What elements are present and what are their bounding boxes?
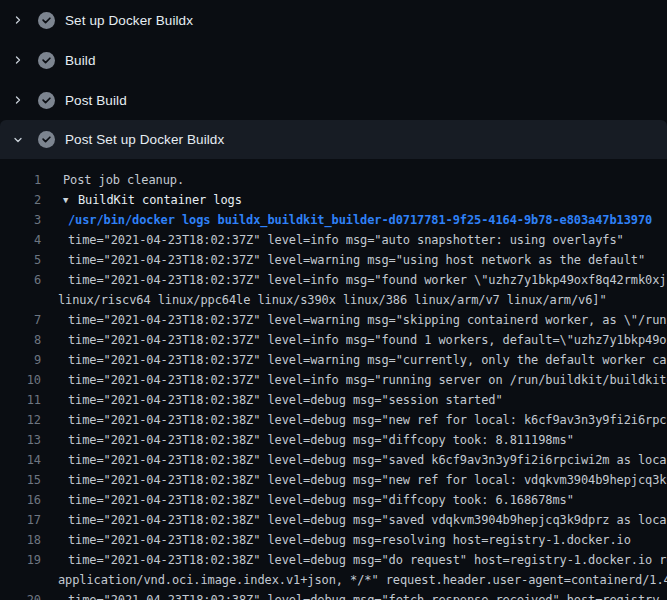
log-row: 15 time="2021-04-23T18:02:38Z" level=deb… bbox=[0, 470, 667, 490]
line-number[interactable]: 18 bbox=[0, 530, 48, 550]
line-number[interactable]: 19 bbox=[0, 550, 48, 570]
log-row: 5 time="2021-04-23T18:02:37Z" level=warn… bbox=[0, 250, 667, 270]
log-row: 13 time="2021-04-23T18:02:38Z" level=deb… bbox=[0, 430, 667, 450]
step-label: Post Set up Docker Buildx bbox=[65, 132, 224, 147]
log-row: 8 time="2021-04-23T18:02:37Z" level=info… bbox=[0, 330, 667, 350]
log-row: 1 Post job cleanup. bbox=[0, 170, 667, 190]
log-line-text: time="2021-04-23T18:02:38Z" level=debug … bbox=[48, 430, 667, 450]
line-number[interactable]: 7 bbox=[0, 310, 48, 330]
line-number[interactable]: 14 bbox=[0, 450, 48, 470]
check-circle-icon bbox=[38, 52, 55, 69]
log-line-text: time="2021-04-23T18:02:38Z" level=debug … bbox=[48, 550, 667, 570]
log-row: 6 time="2021-04-23T18:02:37Z" level=info… bbox=[0, 270, 667, 290]
log-line-text: Post job cleanup. bbox=[48, 170, 667, 190]
log-row: 2 ▼BuildKit container logs bbox=[0, 190, 667, 210]
group-collapse-triangle-icon[interactable]: ▼ bbox=[63, 190, 78, 210]
line-number[interactable]: 4 bbox=[0, 230, 48, 250]
step-label: Set up Docker Buildx bbox=[65, 13, 193, 28]
log-row: 12 time="2021-04-23T18:02:38Z" level=deb… bbox=[0, 410, 667, 430]
line-number[interactable]: 16 bbox=[0, 490, 48, 510]
log-line-text: time="2021-04-23T18:02:37Z" level=warnin… bbox=[48, 310, 667, 330]
log-line-text: time="2021-04-23T18:02:37Z" level=info m… bbox=[48, 230, 667, 250]
step-row-set-up-docker-buildx[interactable]: Set up Docker Buildx bbox=[0, 0, 667, 40]
line-number[interactable]: 2 bbox=[0, 190, 48, 210]
check-circle-icon bbox=[38, 92, 55, 109]
log-row: 9 time="2021-04-23T18:02:37Z" level=warn… bbox=[0, 350, 667, 370]
line-number[interactable] bbox=[0, 290, 48, 310]
log-row: 3 /usr/bin/docker logs buildx_buildkit_b… bbox=[0, 210, 667, 230]
line-number[interactable]: 17 bbox=[0, 510, 48, 530]
group-title: BuildKit container logs bbox=[78, 193, 242, 207]
log-line-text: linux/riscv64 linux/ppc64le linux/s390x … bbox=[48, 290, 667, 310]
log-line-text: time="2021-04-23T18:02:38Z" level=debug … bbox=[48, 390, 667, 410]
line-number[interactable]: 6 bbox=[0, 270, 48, 290]
log-row: 11 time="2021-04-23T18:02:38Z" level=deb… bbox=[0, 390, 667, 410]
log-row: 7 time="2021-04-23T18:02:37Z" level=warn… bbox=[0, 310, 667, 330]
chevron-right-icon bbox=[10, 12, 26, 28]
check-circle-icon bbox=[38, 131, 55, 148]
log-line-text: time="2021-04-23T18:02:38Z" level=debug … bbox=[48, 470, 667, 490]
log-line-text: time="2021-04-23T18:02:37Z" level=info m… bbox=[48, 370, 667, 390]
check-circle-icon bbox=[38, 12, 55, 29]
chevron-right-icon bbox=[10, 92, 26, 108]
job-steps-panel: Set up Docker Buildx Build Post Build Po… bbox=[0, 0, 667, 159]
step-row-build[interactable]: Build bbox=[0, 40, 667, 80]
line-number[interactable]: 10 bbox=[0, 370, 48, 390]
log-line-text: time="2021-04-23T18:02:38Z" level=debug … bbox=[48, 450, 667, 470]
log-line-text: time="2021-04-23T18:02:38Z" level=debug … bbox=[48, 530, 667, 550]
line-number[interactable]: 13 bbox=[0, 430, 48, 450]
log-row: 19 time="2021-04-23T18:02:38Z" level=deb… bbox=[0, 550, 667, 570]
line-number[interactable]: 15 bbox=[0, 470, 48, 490]
log-row: 14 time="2021-04-23T18:02:38Z" level=deb… bbox=[0, 450, 667, 470]
line-number[interactable]: 8 bbox=[0, 330, 48, 350]
log-line-text: time="2021-04-23T18:02:37Z" level=warnin… bbox=[48, 250, 667, 270]
log-row: 20 time="2021-04-23T18:02:38Z" level=deb… bbox=[0, 590, 667, 600]
log-line-text: time="2021-04-23T18:02:38Z" level=debug … bbox=[48, 410, 667, 430]
log-line-text: time="2021-04-23T18:02:37Z" level=info m… bbox=[48, 330, 667, 350]
step-row-post-build[interactable]: Post Build bbox=[0, 80, 667, 120]
line-number[interactable]: 3 bbox=[0, 210, 48, 230]
log-row: 18 time="2021-04-23T18:02:38Z" level=deb… bbox=[0, 530, 667, 550]
line-number[interactable]: 11 bbox=[0, 390, 48, 410]
log-line-text: time="2021-04-23T18:02:38Z" level=debug … bbox=[48, 590, 667, 600]
log-line-text: ▼BuildKit container logs bbox=[48, 190, 667, 210]
log-row: 17 time="2021-04-23T18:02:38Z" level=deb… bbox=[0, 510, 667, 530]
step-label: Build bbox=[65, 53, 96, 68]
log-row: 4 time="2021-04-23T18:02:37Z" level=info… bbox=[0, 230, 667, 250]
step-log-panel: 1 Post job cleanup. 2 ▼BuildKit containe… bbox=[0, 159, 667, 600]
log-row: linux/riscv64 linux/ppc64le linux/s390x … bbox=[0, 290, 667, 310]
log-line-text: time="2021-04-23T18:02:38Z" level=debug … bbox=[48, 510, 667, 530]
step-row-post-set-up-docker-buildx[interactable]: Post Set up Docker Buildx bbox=[0, 120, 667, 159]
step-label: Post Build bbox=[65, 93, 127, 108]
line-number[interactable]: 20 bbox=[0, 590, 48, 600]
log-row: 16 time="2021-04-23T18:02:38Z" level=deb… bbox=[0, 490, 667, 510]
log-row: 10 time="2021-04-23T18:02:37Z" level=inf… bbox=[0, 370, 667, 390]
chevron-down-icon bbox=[10, 132, 26, 148]
log-line-text: time="2021-04-23T18:02:37Z" level=warnin… bbox=[48, 350, 667, 370]
log-rows: 1 Post job cleanup. 2 ▼BuildKit containe… bbox=[0, 170, 667, 600]
line-number[interactable] bbox=[0, 570, 48, 590]
log-row: application/vnd.oci.image.index.v1+json,… bbox=[0, 570, 667, 590]
line-number[interactable]: 1 bbox=[0, 170, 48, 190]
line-number[interactable]: 5 bbox=[0, 250, 48, 270]
log-line-text: /usr/bin/docker logs buildx_buildkit_bui… bbox=[48, 210, 667, 230]
chevron-right-icon bbox=[10, 52, 26, 68]
log-line-text: time="2021-04-23T18:02:38Z" level=debug … bbox=[48, 490, 667, 510]
log-line-text: application/vnd.oci.image.index.v1+json,… bbox=[48, 570, 667, 590]
log-line-text: time="2021-04-23T18:02:37Z" level=info m… bbox=[48, 270, 667, 290]
line-number[interactable]: 9 bbox=[0, 350, 48, 370]
line-number[interactable]: 12 bbox=[0, 410, 48, 430]
